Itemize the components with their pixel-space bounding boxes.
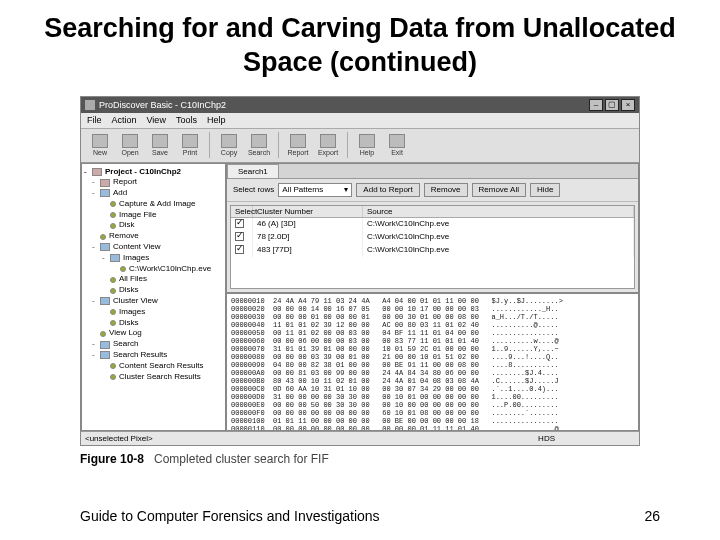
status-left: <unselected Pixel> [85,434,153,443]
remove-button[interactable]: Remove [424,183,468,197]
statusbar: <unselected Pixel> HDS [81,431,639,445]
row-checkbox[interactable] [235,219,244,228]
tree-item[interactable]: -Images [84,253,223,264]
toolbar-print-button[interactable]: Print [177,131,203,159]
tree-item[interactable]: Disks [84,285,223,296]
tree-item[interactable]: View Log [84,328,223,339]
tree-item[interactable]: Image File [84,210,223,221]
row-checkbox[interactable] [235,232,244,241]
hex-viewer[interactable]: 00000010 24 4A A4 79 11 03 24 4A A4 04 0… [226,293,639,431]
toolbar-exit-button[interactable]: Exit [384,131,410,159]
cell-cluster-number: 46 (A) [3D] [253,218,363,231]
tree-item-label: Cluster View [113,296,158,307]
menu-file[interactable]: File [87,115,102,125]
tree-item-label: All Files [119,274,147,285]
tree-item[interactable]: Capture & Add Image [84,199,223,210]
tree-item-label: Search Results [113,350,167,361]
row-checkbox[interactable] [235,245,244,254]
tree-item[interactable]: Images [84,307,223,318]
dot-icon [110,201,116,207]
tree-item[interactable]: -Cluster View [84,296,223,307]
page-number: 26 [644,508,660,524]
toolbar-open-button[interactable]: Open [117,131,143,159]
col-source: Source [363,206,634,217]
toolbar-separator [347,132,348,158]
copy-icon [221,134,237,148]
open-icon [122,134,138,148]
menubar: File Action View Tools Help [81,113,639,129]
close-button[interactable]: × [621,99,635,111]
drv-icon [100,341,110,349]
tree-item-label: Images [119,307,145,318]
toolbar-save-button[interactable]: Save [147,131,173,159]
tree-item-label: C:\Work\C10InChp.eve [129,264,211,275]
tree-item-label: Content Search Results [119,361,204,372]
toolbar-copy-button[interactable]: Copy [216,131,242,159]
toolbar-separator [278,132,279,158]
tab-search1[interactable]: Search1 [227,164,279,178]
tree-item[interactable]: -Search [84,339,223,350]
remove-all-button[interactable]: Remove All [472,183,526,197]
tree-item[interactable]: -Content View [84,242,223,253]
add-to-report-button[interactable]: Add to Report [356,183,419,197]
tree-item[interactable]: -Add [84,188,223,199]
exit-icon [389,134,405,148]
pattern-dropdown[interactable]: All Patterns ▾ [278,183,352,197]
table-row[interactable]: 483 [77D]C:\Work\C10InChp.eve [231,244,634,257]
search-icon [251,134,267,148]
tree-item[interactable]: Content Search Results [84,361,223,372]
export-icon [320,134,336,148]
tree-item-label: Add [113,188,127,199]
chevron-down-icon: ▾ [344,185,348,194]
dot-icon [100,234,106,240]
tree-item[interactable]: C:\Work\C10InChp.eve [84,264,223,275]
maximize-button[interactable]: ▢ [605,99,619,111]
tree-item-label: Search [113,339,138,350]
figure-caption: Figure 10-8 Completed cluster search for… [80,452,640,466]
new-icon [92,134,108,148]
tree-item-label: Remove [109,231,139,242]
dot-icon [110,288,116,294]
help-icon [359,134,375,148]
tree-item[interactable]: Disk [84,220,223,231]
dot-icon [110,363,116,369]
minimize-button[interactable]: – [589,99,603,111]
dot-icon [100,331,106,337]
toolbar-export-button[interactable]: Export [315,131,341,159]
tree-item-label: View Log [109,328,142,339]
save-icon [152,134,168,148]
tree-item[interactable]: Cluster Search Results [84,372,223,383]
menu-action[interactable]: Action [112,115,137,125]
tree-item-label: Disk [119,220,135,231]
project-tree[interactable]: - Project - C10InChp2 -Report-AddCapture… [81,163,226,431]
tree-item-label: Report [113,177,137,188]
toolbar-report-button[interactable]: Report [285,131,311,159]
toolbar-new-button[interactable]: New [87,131,113,159]
tree-item-label: Image File [119,210,156,221]
menu-view[interactable]: View [147,115,166,125]
tree-item[interactable]: -Search Results [84,350,223,361]
hide-button[interactable]: Hide [530,183,560,197]
slide-title: Searching for and Carving Data from Unal… [0,0,720,88]
project-root-label: Project - C10InChp2 [105,167,181,178]
tree-item-label: Images [123,253,149,264]
tree-item[interactable]: Disks [84,318,223,329]
toolbar-search-button[interactable]: Search [246,131,272,159]
menu-help[interactable]: Help [207,115,226,125]
dot-icon [110,374,116,380]
toolbar: New Open Save Print Copy Search Report E… [81,129,639,163]
tree-item[interactable]: All Files [84,274,223,285]
toolbar-help-button[interactable]: Help [354,131,380,159]
cell-source: C:\Work\C10InChp.eve [363,244,634,257]
tree-item[interactable]: -Report [84,177,223,188]
table-row[interactable]: 46 (A) [3D]C:\Work\C10InChp.eve [231,218,634,231]
cluster-results-table[interactable]: Select Cluster Number Source 46 (A) [3D]… [230,205,635,289]
figure-label: Figure 10-8 [80,452,144,466]
tree-item[interactable]: Remove [84,231,223,242]
drv-icon [100,243,110,251]
table-row[interactable]: 78 [2.0D]C:\Work\C10InChp.eve [231,231,634,244]
drv-icon [100,297,110,305]
menu-tools[interactable]: Tools [176,115,197,125]
tree-item-label: Disks [119,285,139,296]
project-icon [92,168,102,176]
